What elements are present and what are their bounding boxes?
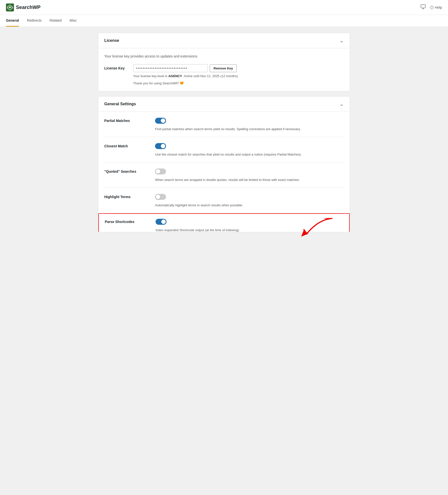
partial-matches-control: Find partial matches when search terms y…: [155, 118, 344, 131]
license-status: Your license key level is AGENCY. Active…: [133, 74, 239, 78]
setting-highlight-terms: Highlight Terms Automatically highlight …: [104, 188, 344, 213]
quoted-searches-description: When search terms are wrapped in double …: [155, 178, 344, 182]
logo[interactable]: SearchWP: [6, 3, 41, 11]
license-card-title: License: [104, 38, 119, 43]
license-key-row: License Key Remove Key Your license key …: [104, 64, 344, 85]
highlight-terms-control: Automatically highlight terms in search …: [155, 194, 344, 207]
nav-tabs: General Redirects Related Misc: [0, 15, 448, 27]
monitor-icon[interactable]: [420, 4, 426, 11]
parse-shortcodes-description: Index expanded Shortcode output (at the …: [156, 228, 343, 232]
tab-related[interactable]: Related: [50, 15, 61, 27]
logo-icon: [6, 3, 14, 11]
parse-shortcodes-toggle[interactable]: [156, 219, 167, 225]
partial-matches-description: Find partial matches when search terms y…: [155, 127, 344, 131]
partial-matches-slider: [155, 118, 166, 124]
license-card: License ⌄ Your license key provides acce…: [98, 33, 350, 91]
help-circle-icon: [430, 5, 434, 9]
license-key-label: License Key: [104, 64, 129, 70]
partial-matches-label: Partial Matches: [104, 118, 149, 123]
general-settings-card: General Settings ⌄ Partial Matches Find …: [98, 96, 350, 232]
svg-point-1: [9, 7, 11, 8]
quoted-searches-control: When search terms are wrapped in double …: [155, 168, 344, 182]
svg-rect-2: [421, 5, 425, 8]
highlight-terms-description: Automatically highlight terms in search …: [155, 203, 344, 207]
setting-row-partial-matches: Partial Matches Find partial matches whe…: [104, 118, 344, 131]
license-description: Your license key provides access to upda…: [104, 54, 344, 58]
highlight-terms-toggle[interactable]: [155, 194, 166, 200]
header-actions: Help: [420, 4, 442, 11]
general-settings-body: Partial Matches Find partial matches whe…: [98, 112, 350, 232]
closest-match-description: Use the closest match for searches that …: [155, 153, 344, 156]
help-link[interactable]: Help: [430, 5, 442, 9]
tab-general[interactable]: General: [6, 15, 19, 27]
license-card-header: License ⌄: [98, 33, 350, 48]
tab-misc[interactable]: Misc: [70, 15, 77, 27]
general-settings-card-header: General Settings ⌄: [98, 97, 350, 112]
svg-point-4: [432, 8, 432, 8]
closest-match-control: Use the closest match for searches that …: [155, 143, 344, 156]
general-settings-title: General Settings: [104, 102, 136, 106]
quoted-searches-slider: [155, 168, 166, 174]
tab-redirects[interactable]: Redirects: [27, 15, 42, 27]
setting-row-highlight-terms: Highlight Terms Automatically highlight …: [104, 194, 344, 207]
license-key-field-row: Remove Key: [133, 64, 239, 72]
license-card-body: Your license key provides access to upda…: [98, 48, 350, 91]
license-thank-you: Thank you for using SearchWP! 🧡: [133, 81, 239, 85]
quoted-searches-label: "Quoted" Searches: [104, 168, 149, 173]
setting-row-parse-shortcodes: Parse Shortcodes Index expanded Shortcod…: [105, 219, 343, 232]
setting-parse-shortcodes: Parse Shortcodes Index expanded Shortcod…: [98, 213, 350, 232]
license-key-input[interactable]: [133, 64, 208, 72]
setting-closest-match: Closest Match Use the closest match for …: [104, 137, 344, 163]
closest-match-toggle[interactable]: [155, 143, 166, 149]
license-key-inputs: Remove Key Your license key level is AGE…: [133, 64, 239, 85]
highlight-terms-label: Highlight Terms: [104, 194, 149, 199]
header: SearchWP Help: [0, 0, 448, 15]
partial-matches-toggle[interactable]: [155, 118, 166, 124]
main-content: License ⌄ Your license key provides acce…: [92, 33, 356, 232]
remove-key-button[interactable]: Remove Key: [210, 64, 237, 72]
setting-quoted-searches: "Quoted" Searches When search terms are …: [104, 163, 344, 188]
general-settings-chevron-icon[interactable]: ⌄: [339, 101, 344, 107]
closest-match-slider: [155, 143, 166, 149]
setting-partial-matches: Partial Matches Find partial matches whe…: [104, 118, 344, 137]
logo-text: SearchWP: [16, 4, 41, 10]
license-chevron-icon[interactable]: ⌄: [339, 38, 344, 44]
setting-row-quoted-searches: "Quoted" Searches When search terms are …: [104, 168, 344, 182]
quoted-searches-toggle[interactable]: [155, 168, 166, 174]
setting-row-closest-match: Closest Match Use the closest match for …: [104, 143, 344, 156]
parse-shortcodes-label: Parse Shortcodes: [105, 219, 150, 224]
highlight-terms-slider: [155, 194, 166, 200]
closest-match-label: Closest Match: [104, 143, 149, 148]
parse-shortcodes-slider: [156, 219, 167, 225]
svg-point-3: [430, 6, 434, 9]
license-level: AGENCY: [168, 74, 182, 78]
help-label: Help: [435, 5, 442, 9]
parse-shortcodes-control: Index expanded Shortcode output (at the …: [156, 219, 343, 232]
